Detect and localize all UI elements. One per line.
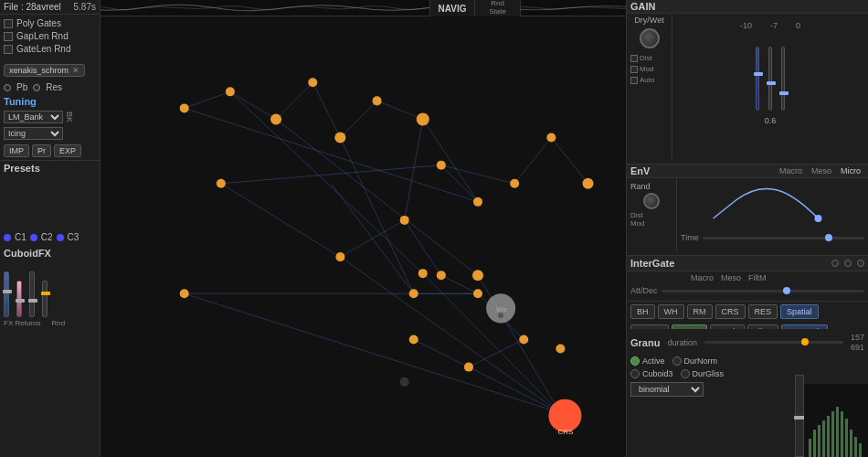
poly-gates-checkbox[interactable] xyxy=(4,19,13,28)
file-info: File : 28avreel 5.87s xyxy=(0,0,100,15)
cuboid3-check-item: Cuboid3 xyxy=(630,369,673,378)
canvas-node-black[interactable] xyxy=(400,377,409,387)
exp-button[interactable]: EXP xyxy=(54,144,81,157)
wh-button[interactable]: WH xyxy=(658,304,684,319)
tuning-header: Tuning xyxy=(0,94,100,109)
canvas-node[interactable] xyxy=(417,112,429,125)
gatelen-rnd-checkbox[interactable] xyxy=(4,45,13,54)
dist-checkbox[interactable] xyxy=(630,55,638,62)
res-button[interactable]: RES xyxy=(748,304,778,319)
mod-checkbox[interactable] xyxy=(630,66,638,73)
canvas-node[interactable] xyxy=(226,87,235,96)
cuboid3-dot[interactable] xyxy=(630,369,640,378)
ig-dot-1[interactable] xyxy=(831,260,839,267)
bk-label: BK xyxy=(65,112,74,122)
canvas-node[interactable] xyxy=(519,335,528,344)
env-tab-macro[interactable]: Macro xyxy=(776,166,806,175)
network-line xyxy=(441,165,514,184)
canvas-node[interactable] xyxy=(180,103,189,112)
gain-slider-2 xyxy=(768,47,772,111)
time-thumb xyxy=(825,234,832,241)
canvas-node[interactable] xyxy=(373,96,382,105)
pb-circle[interactable] xyxy=(4,84,11,91)
canvas-node[interactable] xyxy=(464,363,473,372)
c3-dot[interactable] xyxy=(57,234,64,241)
canvas-node[interactable] xyxy=(582,178,593,189)
canvas-node[interactable] xyxy=(270,113,281,124)
auto-checkbox[interactable] xyxy=(630,77,638,84)
canvas-node[interactable] xyxy=(409,289,418,298)
pr-button[interactable]: Pr xyxy=(32,144,51,157)
fx-vslider-4[interactable] xyxy=(42,281,48,317)
imp-button[interactable]: IMP xyxy=(4,144,29,157)
network-line xyxy=(551,138,587,184)
gain-track-3[interactable] xyxy=(781,47,785,111)
canvas-node[interactable] xyxy=(418,269,428,278)
main-canvas: We CRS xyxy=(101,16,626,457)
bh-button[interactable]: BH xyxy=(630,304,655,319)
canvas-node[interactable] xyxy=(400,216,409,225)
fx-vslider-1[interactable] xyxy=(4,271,9,317)
canvas-node[interactable] xyxy=(334,133,345,143)
gaplen-rnd-label: GapLen Rnd xyxy=(16,31,69,41)
svg-rect-6 xyxy=(836,407,839,457)
cuboidfx-title: CuboidFX xyxy=(4,248,96,259)
gaplen-rnd-checkbox[interactable] xyxy=(4,32,13,41)
canvas-node[interactable] xyxy=(308,78,317,87)
lm-bank-select[interactable]: LM_Bank xyxy=(4,111,63,123)
canvas-node[interactable] xyxy=(437,271,446,280)
gain-track-2[interactable] xyxy=(768,47,772,111)
durnorm-dot[interactable] xyxy=(672,356,682,366)
ig-filtm-label: FiltM xyxy=(748,273,767,282)
icing-select[interactable]: Icing xyxy=(4,127,63,140)
time-label: Time xyxy=(681,233,699,242)
network-line xyxy=(423,119,478,201)
env-curve-end[interactable] xyxy=(815,215,822,222)
intergate-dots xyxy=(831,260,864,267)
ig-dot-3[interactable] xyxy=(857,260,864,267)
ig-dot-2[interactable] xyxy=(844,260,852,267)
durgliss-dot[interactable] xyxy=(681,369,690,378)
network-line xyxy=(469,339,524,367)
fx-vslider-3[interactable] xyxy=(29,271,35,317)
gain-track-1[interactable] xyxy=(756,47,759,111)
fx-vslider-2[interactable] xyxy=(16,281,22,317)
canvas-node[interactable] xyxy=(556,344,565,353)
xenakis-tag[interactable]: xenakis_schrom ✕ xyxy=(4,64,85,77)
rand-knob[interactable] xyxy=(643,193,660,209)
canvas-node[interactable] xyxy=(473,197,482,207)
time-row: Time xyxy=(681,233,864,242)
res-circle[interactable] xyxy=(33,84,40,91)
c1-dot[interactable] xyxy=(4,234,11,241)
c2-dot[interactable] xyxy=(30,234,37,241)
active-label: Active xyxy=(642,356,665,366)
canvas-node[interactable] xyxy=(546,133,556,143)
canvas-node[interactable] xyxy=(409,335,418,344)
dist-label-env: Dist xyxy=(630,211,672,219)
binomial-select[interactable]: binomial xyxy=(630,382,704,397)
attdec-slider[interactable] xyxy=(662,290,864,292)
canvas-node[interactable] xyxy=(437,161,446,170)
env-tab-micro[interactable]: Micro xyxy=(837,166,864,175)
left-panel: File : 28avreel 5.87s Poly Gates GapLen … xyxy=(0,0,101,457)
granu-slider[interactable] xyxy=(704,341,843,344)
canvas-node[interactable] xyxy=(472,270,483,281)
drywet-knob[interactable] xyxy=(640,28,660,48)
env-tab-meso[interactable]: Meso xyxy=(808,166,835,175)
canvas-node[interactable] xyxy=(510,179,519,188)
env-title: EnV xyxy=(630,165,650,176)
network-line xyxy=(230,91,423,273)
crs-button[interactable]: CRS xyxy=(715,304,746,319)
canvas-node[interactable] xyxy=(217,179,226,188)
canvas-node[interactable] xyxy=(335,252,344,261)
active-dot[interactable] xyxy=(630,356,640,366)
time-slider[interactable] xyxy=(703,237,864,239)
vert-slider-right[interactable] xyxy=(795,375,804,457)
granu-header-row: Granu duration 157 691 xyxy=(630,333,864,353)
canvas-node[interactable] xyxy=(180,289,189,298)
spatial-button[interactable]: Spatial xyxy=(780,304,819,319)
canvas-node[interactable] xyxy=(473,289,482,298)
fx-slider-4 xyxy=(42,271,48,317)
tag-close-icon[interactable]: ✕ xyxy=(72,66,79,75)
rm-button[interactable]: RM xyxy=(687,304,713,319)
